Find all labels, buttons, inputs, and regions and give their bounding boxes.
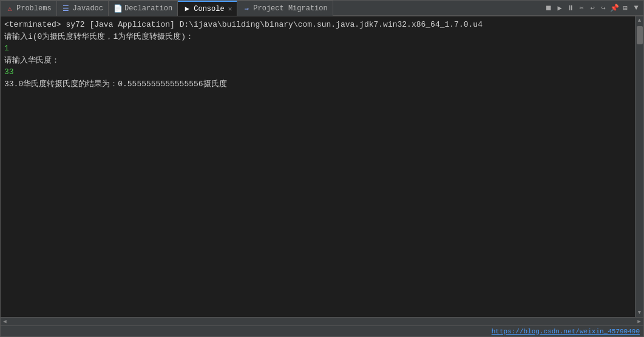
- horizontal-scrollbar[interactable]: ◀ ▶: [1, 317, 643, 325]
- tab-javadoc-label: Javadoc: [73, 4, 103, 13]
- scroll-track-v[interactable]: [636, 25, 643, 308]
- toolbar-undo-button[interactable]: ↩: [588, 3, 597, 13]
- output-line-1: 33.0华氏度转摄氏度的结果为：0.5555555555555556摄氏度: [4, 78, 631, 90]
- vertical-scrollbar[interactable]: ▲ ▼: [635, 16, 643, 317]
- status-url-link[interactable]: https://blog.csdn.net/weixin_45790490: [492, 328, 640, 335]
- migration-icon: ⇒: [242, 4, 251, 13]
- console-close-button[interactable]: ✕: [228, 5, 232, 13]
- javadoc-icon: ☰: [62, 4, 70, 13]
- toolbar-stop-button[interactable]: ⏹: [544, 3, 554, 13]
- toolbar-cut-button[interactable]: ✂: [577, 3, 586, 13]
- prompt-line-2: 请输入华氏度：: [4, 55, 631, 67]
- prompt-line-1: 请输入i(0为摄氏度转华氏度，1为华氏度转摄氏度)：: [4, 31, 631, 43]
- toolbar-run-button[interactable]: ▶: [555, 3, 564, 13]
- tab-declaration[interactable]: 📄 Declaration: [109, 1, 178, 16]
- tab-problems[interactable]: ⚠ Problems: [1, 1, 57, 16]
- toolbar-icons: ⏹ ▶ ⏸ ✂ ↩ ↪ 📌 ⊞ ▼: [541, 1, 643, 16]
- tab-migration[interactable]: ⇒ Project Migration: [237, 1, 333, 16]
- console-icon: ▶: [183, 5, 191, 13]
- input-line-1: 1: [4, 43, 631, 55]
- tab-problems-label: Problems: [16, 4, 52, 13]
- declaration-icon: 📄: [114, 4, 122, 13]
- tab-migration-label: Project Migration: [253, 4, 327, 13]
- console-wrapper: <terminated> sy72 [Java Application] D:\…: [1, 16, 643, 317]
- toolbar-view-menu-button[interactable]: ▼: [631, 3, 641, 13]
- tab-console-label: Console: [194, 5, 224, 13]
- scroll-thumb-v[interactable]: [637, 26, 643, 44]
- scroll-left-arrow[interactable]: ◀: [1, 318, 9, 326]
- tab-javadoc[interactable]: ☰ Javadoc: [57, 1, 109, 16]
- scroll-track-h[interactable]: [9, 318, 635, 325]
- tab-declaration-label: Declaration: [124, 4, 172, 13]
- tab-bar: ⚠ Problems ☰ Javadoc 📄 Declaration ▶ Con…: [1, 1, 643, 16]
- tab-bar-spacer: [333, 1, 541, 16]
- status-bar: https://blog.csdn.net/weixin_45790490: [1, 325, 643, 336]
- scroll-up-arrow[interactable]: ▲: [636, 16, 644, 25]
- eclipse-panel: ⚠ Problems ☰ Javadoc 📄 Declaration ▶ Con…: [0, 0, 644, 337]
- toolbar-new-button[interactable]: ⊞: [620, 3, 630, 13]
- terminated-line: <terminated> sy72 [Java Application] D:\…: [4, 19, 631, 31]
- toolbar-pause-button[interactable]: ⏸: [566, 3, 575, 13]
- input-line-2: 33: [4, 66, 631, 78]
- tab-console[interactable]: ▶ Console ✕: [178, 1, 237, 16]
- scroll-down-arrow[interactable]: ▼: [636, 308, 644, 317]
- toolbar-pin-button[interactable]: 📌: [609, 3, 619, 13]
- toolbar-redo-button[interactable]: ↪: [598, 3, 608, 13]
- problems-icon: ⚠: [5, 4, 14, 13]
- scroll-right-arrow[interactable]: ▶: [635, 318, 643, 326]
- console-output[interactable]: <terminated> sy72 [Java Application] D:\…: [1, 16, 635, 317]
